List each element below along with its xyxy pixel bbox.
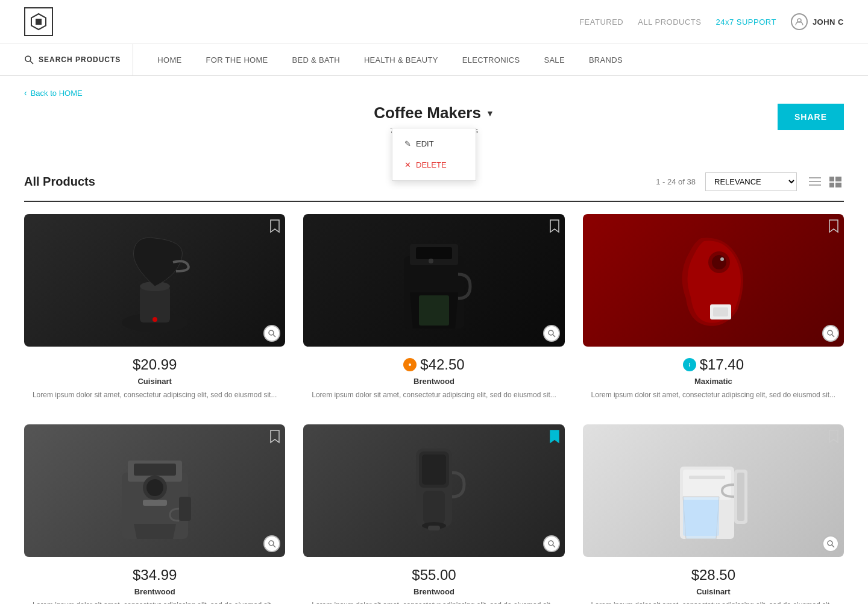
bookmark-icon[interactable] — [269, 219, 280, 237]
product-description: Lorem ipsum dolor sit amet, consectetur … — [591, 600, 836, 604]
nav-item-sale[interactable]: SALE — [532, 45, 576, 75]
top-bar: FEATURED ALL PRODUCTS 24x7 SUPPORT JOHN … — [0, 0, 868, 44]
svg-point-22 — [429, 259, 433, 263]
nav-item-bed-bath[interactable]: BED & BATH — [280, 45, 352, 75]
edit-option[interactable]: ✎ EDIT — [392, 133, 476, 154]
svg-rect-8 — [829, 177, 834, 181]
quick-view-icon[interactable] — [543, 325, 560, 342]
logo[interactable] — [24, 7, 53, 36]
svg-rect-35 — [134, 464, 176, 476]
back-link[interactable]: ‹ Back to HOME — [24, 88, 844, 98]
svg-rect-27 — [713, 307, 728, 316]
product-image-container — [24, 214, 285, 347]
bookmark-icon[interactable] — [269, 429, 280, 447]
list-view-toggle[interactable] — [807, 175, 823, 189]
product-card: $20.99 Cuisinart Lorem ipsum dolor sit a… — [24, 214, 285, 400]
svg-rect-21 — [419, 295, 449, 326]
svg-rect-54 — [737, 473, 744, 521]
bookmark-icon[interactable] — [828, 429, 839, 447]
delete-label: DELETE — [416, 160, 447, 169]
bookmark-icon[interactable] — [549, 219, 560, 237]
product-brand[interactable]: Cuisinart — [137, 377, 171, 386]
bookmark-icon[interactable] — [828, 219, 839, 237]
products-controls: 1 - 24 of 38 RELEVANCE PRICE LOW-HIGH PR… — [656, 172, 844, 191]
svg-point-23 — [549, 330, 553, 335]
quick-view-icon[interactable] — [263, 325, 280, 342]
svg-point-15 — [153, 317, 157, 322]
search-area[interactable]: SEARCH PRODUCTS — [24, 44, 133, 75]
product-price: $17.40 — [683, 356, 744, 373]
product-image-container — [583, 424, 844, 557]
share-button[interactable]: SHARE — [778, 104, 844, 130]
bookmark-svg — [549, 429, 560, 444]
title-dropdown-button[interactable]: ▼ — [486, 109, 494, 118]
bookmark-svg — [828, 429, 839, 444]
delete-icon: ✕ — [404, 160, 411, 169]
svg-rect-7 — [809, 184, 821, 186]
edit-icon: ✎ — [404, 139, 411, 148]
page-title: Coffee Makers — [374, 104, 481, 122]
product-brand[interactable]: Brentwood — [134, 587, 175, 596]
product-brand[interactable]: Maximatic — [694, 377, 732, 386]
sort-select[interactable]: RELEVANCE PRICE LOW-HIGH PRICE HIGH-LOW … — [705, 172, 797, 191]
svg-line-41 — [273, 545, 275, 547]
svg-point-40 — [269, 541, 274, 546]
price-value: $55.00 — [412, 567, 456, 584]
search-icon — [24, 55, 34, 64]
svg-rect-38 — [143, 500, 167, 506]
nav-item-for-the-home[interactable]: FOR THE HOME — [194, 45, 280, 75]
product-brand[interactable]: Brentwood — [414, 377, 454, 386]
product-description: Lorem ipsum dolor sit amet, consectetur … — [33, 389, 277, 400]
product-description: Lorem ipsum dolor sit amet, consectetur … — [312, 600, 556, 604]
quick-view-icon[interactable] — [543, 535, 560, 552]
nav-item-brands[interactable]: BRANDS — [577, 45, 635, 75]
back-link-label: Back to HOME — [31, 89, 83, 98]
svg-line-4 — [30, 61, 33, 64]
delete-option[interactable]: ✕ DELETE — [392, 154, 476, 175]
quick-view-icon[interactable] — [822, 535, 839, 552]
lens-svg — [547, 329, 556, 338]
view-toggles — [807, 175, 844, 189]
main-content: ‹ Back to HOME Coffee Makers ▼ 72 produc… — [0, 76, 868, 604]
hero-section: Coffee Makers ▼ 72 products | 59 saves 1 — [24, 104, 844, 151]
quick-view-icon[interactable] — [263, 535, 280, 552]
nav-item-health-beauty[interactable]: HEALTH & BEAUTY — [352, 45, 450, 75]
svg-point-56 — [828, 541, 832, 546]
lens-svg — [268, 540, 276, 548]
grid-view-icon — [829, 177, 841, 187]
svg-point-29 — [712, 255, 726, 269]
product-price: $20.99 — [133, 356, 177, 373]
logo-box — [24, 7, 53, 36]
svg-point-37 — [146, 479, 163, 496]
product-brand[interactable]: Brentwood — [414, 587, 454, 596]
product-description: Lorem ipsum dolor sit amet, consectetur … — [33, 600, 277, 604]
edit-label: EDIT — [416, 139, 434, 148]
svg-point-30 — [720, 257, 724, 261]
bookmark-svg — [269, 219, 280, 233]
quick-view-icon[interactable] — [822, 325, 839, 342]
lens-svg — [547, 540, 556, 548]
product-price: $28.50 — [691, 567, 735, 584]
nav-all-products[interactable]: ALL PRODUCTS — [638, 17, 701, 27]
svg-rect-20 — [416, 247, 452, 259]
lens-svg — [826, 540, 835, 548]
svg-rect-44 — [422, 455, 446, 485]
product-brand[interactable]: Cuisinart — [696, 587, 730, 596]
bookmark-icon[interactable] — [549, 429, 560, 447]
svg-rect-39 — [179, 497, 191, 521]
product-card: $17.40 Maximatic Lorem ipsum dolor sit a… — [583, 214, 844, 400]
nav-item-electronics[interactable]: ELECTRONICS — [450, 45, 532, 75]
nav-support[interactable]: 24x7 SUPPORT — [715, 17, 776, 27]
nav-featured[interactable]: FEATURED — [579, 17, 623, 27]
back-chevron-icon: ‹ — [24, 88, 27, 98]
nav-item-home[interactable]: HOME — [145, 45, 193, 75]
svg-rect-9 — [835, 177, 841, 181]
title-dropdown-menu: ✎ EDIT ✕ DELETE — [392, 128, 476, 181]
grid-view-toggle[interactable] — [827, 175, 844, 189]
logo-icon — [30, 13, 48, 31]
price-value: $20.99 — [133, 356, 177, 373]
products-count: 1 - 24 of 38 — [656, 177, 696, 186]
svg-point-48 — [549, 541, 553, 546]
user-menu[interactable]: JOHN C — [791, 13, 844, 30]
hero-center: Coffee Makers ▼ 72 products | 59 saves 1 — [374, 104, 494, 151]
